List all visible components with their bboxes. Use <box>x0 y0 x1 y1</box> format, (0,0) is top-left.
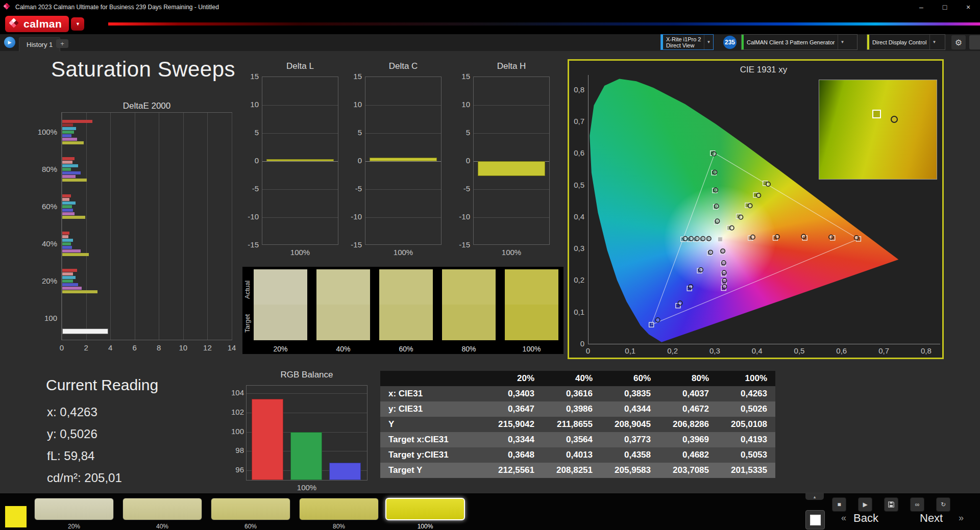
tab-history-1[interactable]: History 1 <box>19 37 60 52</box>
cie-measured-point <box>695 237 699 241</box>
maximize-button[interactable]: □ <box>933 0 957 14</box>
saturation-swatch-80%[interactable] <box>299 498 379 520</box>
delta-chart-title: Delta L <box>262 61 338 71</box>
deltae-y-label: 40% <box>27 239 57 248</box>
close-button[interactable]: × <box>957 0 980 14</box>
target-swatch <box>505 305 558 340</box>
delta-y-tick: 10 <box>455 100 470 109</box>
cie-y-tick: 0 <box>569 339 584 348</box>
saturation-swatch-100%[interactable] <box>385 498 465 520</box>
pattern-window-icon <box>810 515 821 525</box>
swatch-level-label: 100% <box>505 345 558 353</box>
play-button[interactable]: ▶ <box>858 497 872 512</box>
rgb-x-label: 100% <box>246 483 368 492</box>
delta-y-tick: -10 <box>347 212 362 221</box>
logo-menu-button[interactable]: ▼ <box>71 17 84 31</box>
table-cell: 0,5053 <box>717 447 775 463</box>
saturation-swatch-60%[interactable] <box>211 498 290 520</box>
deltae-bar <box>62 201 76 205</box>
delta-value-bar <box>370 158 437 161</box>
rgb-gridline <box>247 393 367 394</box>
deltae-bar <box>62 164 78 167</box>
collapse-handle[interactable]: ▴ <box>805 493 824 500</box>
swatch-level-label: 40% <box>316 345 370 353</box>
table-row: y: CIE310,36470,39860,43440,46720,5026 <box>380 401 775 417</box>
delta-gridline <box>262 133 338 134</box>
table-row-label: x: CIE31 <box>380 386 484 401</box>
pattern-label: CalMAN Client 3 Pattern Generator <box>744 39 838 45</box>
edge-panel-button[interactable] <box>969 35 980 49</box>
delta-y-tick: 15 <box>347 72 362 81</box>
table-cell: 0,3344 <box>484 432 543 447</box>
save-button[interactable] <box>884 497 898 512</box>
pattern-generator-dropdown[interactable]: CalMAN Client 3 Pattern Generator ▼ <box>741 34 857 50</box>
delta-y-tick: 5 <box>455 128 470 137</box>
link-icon: ∞ <box>915 501 920 508</box>
swatch-level-label: 60% <box>379 345 433 353</box>
delta-gridline <box>365 105 441 106</box>
chevron-up-icon: ▴ <box>814 494 816 499</box>
meter-badge[interactable]: 235 <box>723 36 737 49</box>
deltae-bar <box>62 232 69 235</box>
actual-swatch <box>505 269 558 305</box>
cie-measured-point <box>722 270 726 274</box>
table-header-cell: 80% <box>659 371 717 386</box>
back-button[interactable]: Back <box>853 512 878 525</box>
swatch-comparison-panel: Actual Target 20%40%60%80%100% <box>242 267 564 354</box>
saturation-swatch-20%[interactable] <box>34 498 114 520</box>
current-patch-color <box>5 506 27 527</box>
deltae-bar <box>62 209 73 212</box>
meter-text: X-Rite i1Pro 2 Direct View <box>663 36 704 48</box>
stop-button[interactable]: ■ <box>832 497 846 512</box>
cie-target-point <box>649 322 654 327</box>
table-cell: 0,4193 <box>717 432 775 447</box>
display-control-dropdown[interactable]: Direct Display Control ▼ <box>867 34 945 50</box>
cie-measured-point <box>689 285 693 289</box>
back-chevron-icon[interactable]: « <box>841 513 846 523</box>
deltae-y-label: 20% <box>27 276 57 285</box>
delta-gridline <box>474 105 549 106</box>
delta-gridline <box>365 217 441 218</box>
calman-logo[interactable]: calman ▼ <box>5 16 84 32</box>
pattern-window-button[interactable] <box>805 510 825 529</box>
delta-y-tick: 15 <box>243 72 259 81</box>
meter-dropdown[interactable]: X-Rite i1Pro 2 Direct View ▼ <box>660 34 714 50</box>
history-nav-button[interactable]: ▶ <box>4 37 15 48</box>
refresh-icon: ↻ <box>941 501 946 508</box>
delta-plot <box>262 77 338 245</box>
cie-measured-point <box>712 152 716 156</box>
table-cell: 0,3564 <box>543 432 601 447</box>
delta-y-tick: -5 <box>243 184 259 193</box>
deltae-bar <box>62 141 84 144</box>
add-tab-button[interactable]: + <box>56 39 68 48</box>
settings-button[interactable]: ⚙ <box>951 35 966 49</box>
cie-measured-point <box>730 226 734 230</box>
table-cell: 0,3647 <box>484 401 543 417</box>
table-row-label: Target y:CIE31 <box>380 447 484 463</box>
cie-measured-point <box>766 182 770 186</box>
table-cell: 208,9045 <box>601 417 659 432</box>
delta-chart-title: Delta H <box>473 61 550 71</box>
table-cell: 0,4013 <box>543 447 601 463</box>
delta-plot <box>473 77 550 245</box>
table-header-cell <box>380 371 484 386</box>
calman-logo-box: calman <box>5 16 69 32</box>
table-cell: 0,3616 <box>543 386 601 401</box>
cie-y-axis <box>588 75 589 344</box>
deltae-gridline <box>135 113 135 340</box>
tab-label: History 1 <box>27 41 53 48</box>
target-swatch <box>254 305 307 340</box>
link-button[interactable]: ∞ <box>910 497 924 512</box>
deltae-gridline <box>86 113 87 340</box>
deltae-bar <box>62 131 74 134</box>
next-chevron-icon[interactable]: » <box>959 513 964 523</box>
deltae-gridline <box>183 113 184 340</box>
cie-measured-point <box>715 219 719 223</box>
table-cell: 205,9583 <box>601 463 659 478</box>
cie-y-tick: 0,5 <box>569 181 584 189</box>
next-button[interactable]: Next <box>920 512 943 525</box>
saturation-swatch-40%[interactable] <box>122 498 202 520</box>
minimize-button[interactable]: – <box>910 0 933 14</box>
cie-measured-point <box>722 285 726 289</box>
refresh-button[interactable]: ↻ <box>936 497 950 512</box>
